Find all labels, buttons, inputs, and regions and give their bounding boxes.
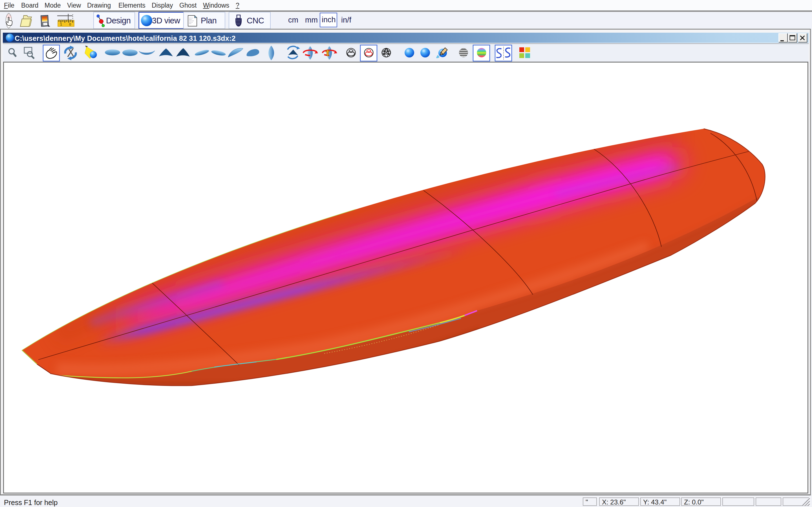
svg-text:1: 1: [60, 22, 62, 26]
svg-text:0: 0: [69, 22, 71, 26]
